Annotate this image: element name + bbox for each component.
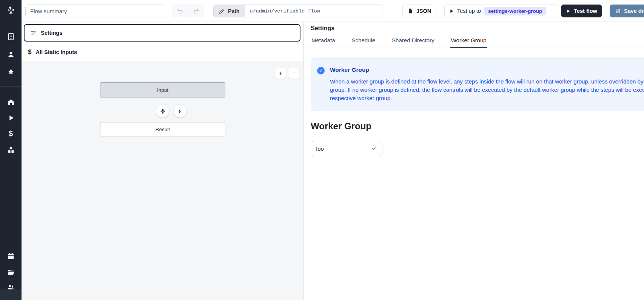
graph-zoom-out-button[interactable]: − [288,68,299,79]
all-static-inputs-button[interactable]: $ All Static Inputs [22,43,303,61]
path-value-input[interactable]: u/admin/verifiable_flow [245,5,382,17]
flow-settings-button[interactable]: Settings [24,24,300,42]
info-title: Worker Group [330,66,644,73]
chevron-down-icon [370,145,377,152]
favorites-star-icon[interactable] [0,65,22,79]
test-flow-label: Test flow [574,8,597,14]
info-body: When a worker group is defined at the fl… [330,77,644,102]
worker-group-select[interactable]: foo [311,141,382,156]
flow-panel-header: Settings $ All Static Inputs [22,22,303,61]
graph-input-node[interactable]: Input [100,82,225,97]
trigger-bolt-button[interactable] [174,105,186,118]
worker-group-info-box: i Worker Group When a worker group is de… [311,58,644,111]
dollar-icon: $ [28,48,31,56]
folders-icon[interactable] [0,265,22,279]
all-static-inputs-label: All Static Inputs [35,49,77,55]
plus-icon [160,108,166,114]
test-up-to-button[interactable]: Test up to settings-worker-group [444,5,558,17]
path-label: Path [228,8,239,14]
file-json-icon [407,8,413,14]
tab-schedule[interactable]: Schedule [351,35,376,48]
tab-shared-directory[interactable]: Shared Directory [391,35,435,48]
json-button[interactable]: JSON [402,5,436,17]
flow-settings-label: Settings [41,30,62,36]
save-icon [615,8,621,14]
tab-worker-group[interactable]: Worker Group [450,35,487,48]
sidebar-divider [0,86,22,87]
variables-dollar-icon[interactable]: $ [0,126,22,141]
bolt-icon [177,108,183,114]
test-flow-button[interactable]: Test flow [561,5,602,17]
test-up-to-label: Test up to [457,8,481,14]
tab-metadata[interactable]: Metadata [311,35,336,48]
undo-redo-group [172,5,204,17]
settings-tabs: Metadata Schedule Shared Directory Worke… [304,35,644,48]
path-group: Path u/admin/verifiable_flow [213,5,382,17]
redo-button[interactable] [188,5,204,17]
user-icon[interactable] [0,47,22,62]
home-icon[interactable] [0,95,22,109]
undo-button[interactable] [172,5,188,17]
windmill-logo-icon[interactable] [0,3,22,17]
save-draft-button[interactable]: Save draft [610,5,644,17]
flow-summary-input[interactable] [25,5,164,17]
schedules-calendar-icon[interactable] [0,249,22,263]
play-icon [449,9,454,14]
sidebar-footer [0,289,22,300]
resources-boxes-icon[interactable] [0,143,22,157]
info-icon: i [317,67,325,74]
play-icon [566,9,571,14]
settings-panel-title: Settings [304,22,644,32]
app-sidebar: $ [0,0,22,300]
save-draft-label: Save draft [624,8,644,14]
path-edit-button[interactable]: Path [214,5,245,17]
graph-result-node[interactable]: Result [100,122,225,136]
add-step-button[interactable] [156,105,169,118]
info-content: Worker Group When a worker group is defi… [330,66,644,102]
settings-panel: Settings Metadata Schedule Shared Direct… [304,22,644,300]
test-up-to-target-badge: settings-worker-group [484,7,546,15]
topbar: Path u/admin/verifiable_flow JSON Test u… [22,0,644,22]
flow-editor-panel: Settings $ All Static Inputs + − Input R… [22,22,304,300]
json-button-label: JSON [416,8,431,14]
graph-zoom-in-button[interactable]: + [275,68,286,79]
workspace-building-icon[interactable] [0,29,22,44]
sliders-icon [30,29,37,36]
windmill-flow-editor: $ [0,0,644,300]
worker-group-heading: Worker Group [311,121,644,131]
runs-play-icon[interactable] [0,111,22,125]
pencil-icon [219,8,225,14]
worker-group-select-value: foo [316,145,324,152]
